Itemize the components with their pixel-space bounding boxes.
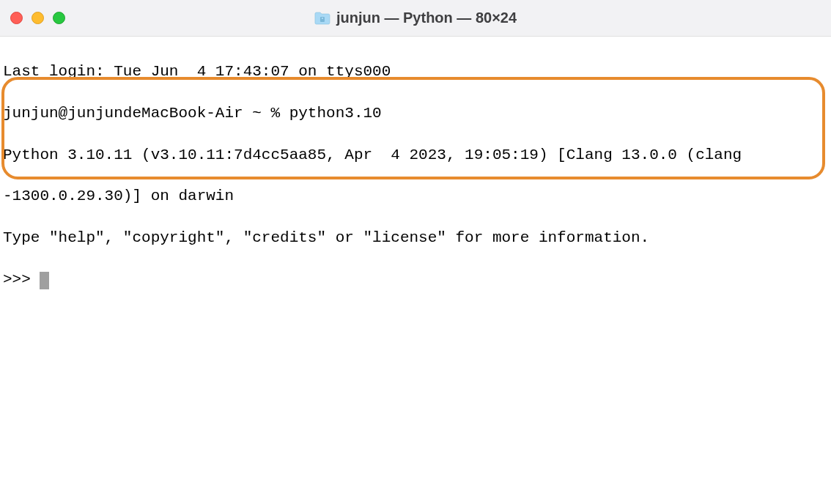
minimize-button[interactable] <box>32 12 44 24</box>
terminal-line: -1300.0.29.30)] on darwin <box>3 186 828 207</box>
window-titlebar: junjun — Python — 80×24 <box>0 0 831 37</box>
folder-icon <box>314 12 330 25</box>
svg-rect-1 <box>322 18 323 19</box>
window-title: junjun — Python — 80×24 <box>336 10 517 26</box>
terminal-line: Type "help", "copyright", "credits" or "… <box>3 228 828 248</box>
cursor-icon <box>40 272 49 289</box>
python-prompt: >>> <box>3 271 40 288</box>
traffic-lights <box>10 12 65 24</box>
terminal-line: Last login: Tue Jun 4 17:43:07 on ttys00… <box>3 62 828 82</box>
close-button[interactable] <box>10 12 23 24</box>
maximize-button[interactable] <box>53 12 65 24</box>
terminal-line: Python 3.10.11 (v3.10.11:7d4cc5aa85, Apr… <box>3 145 828 166</box>
terminal-content[interactable]: Last login: Tue Jun 4 17:43:07 on ttys00… <box>0 37 831 336</box>
window-title-container: junjun — Python — 80×24 <box>314 10 517 26</box>
terminal-prompt-line: >>> <box>3 270 828 290</box>
terminal-line: junjun@junjundeMacBook-Air ~ % python3.1… <box>3 103 828 124</box>
